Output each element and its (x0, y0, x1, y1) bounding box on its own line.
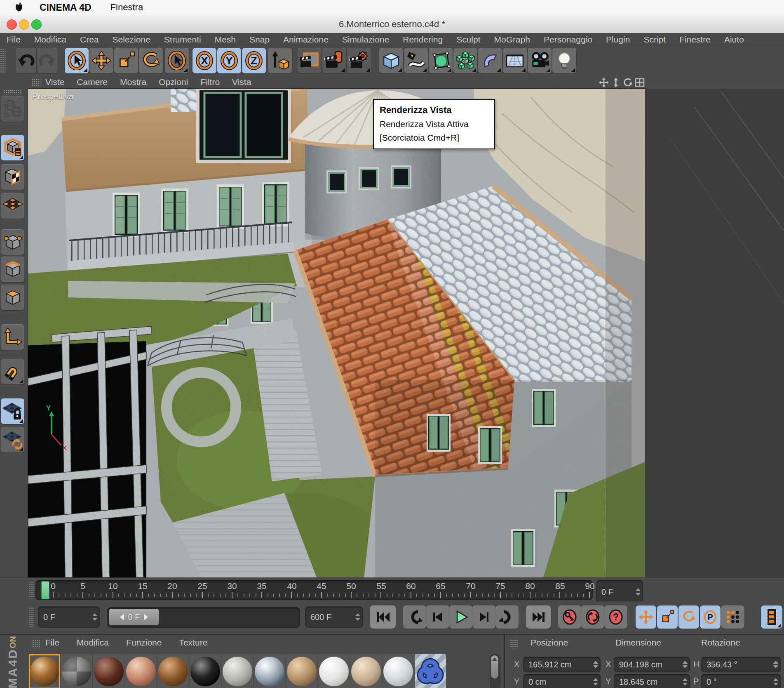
material-white-matte[interactable] (383, 654, 414, 688)
vp-menu-vista[interactable]: Vista (232, 77, 251, 87)
cloner-button[interactable] (453, 48, 477, 73)
rotate-view-icon[interactable] (622, 77, 633, 88)
pos-x-field[interactable]: 165.912 cm (523, 657, 601, 672)
timeline-window-button[interactable] (761, 606, 782, 629)
material-chrome[interactable] (254, 654, 285, 688)
frame-stepper[interactable] (636, 580, 641, 603)
key-parameter-button[interactable]: P (700, 606, 721, 629)
frame-slider[interactable]: 0 F (107, 607, 300, 628)
toggle-layout-icon[interactable] (634, 77, 645, 88)
vp-menu-camere[interactable]: Camere (77, 77, 108, 87)
frame-slider-handle[interactable]: 0 F (109, 609, 159, 625)
floor-button[interactable] (503, 48, 527, 73)
material-beige[interactable] (350, 654, 382, 688)
slider-left-arrow-icon[interactable] (120, 614, 124, 620)
sidebar-grip[interactable] (3, 90, 21, 94)
vp-menu-opzioni[interactable]: Opzioni (159, 77, 188, 87)
dim-x-field[interactable]: 904.198 cm (614, 657, 690, 672)
mat-menu-file[interactable]: File (45, 638, 59, 648)
timeline-grip[interactable] (29, 581, 34, 598)
goto-end-button[interactable] (526, 606, 551, 629)
mat-menu-funzione[interactable]: Funzione (126, 638, 162, 648)
coordinates-grip[interactable] (510, 639, 518, 648)
edges-mode-button[interactable] (1, 257, 24, 282)
mat-menu-modifica[interactable]: Modifica (77, 638, 109, 648)
menu-modifica[interactable]: Modifica (34, 35, 66, 45)
material-black-glossy[interactable] (190, 654, 221, 688)
snap-magnet-button[interactable] (1, 359, 24, 384)
next-key-button[interactable] (495, 606, 519, 629)
convert-object-button[interactable] (1, 96, 24, 122)
macos-app-name[interactable]: CINEMA 4D (40, 2, 92, 13)
material-brown[interactable] (157, 654, 189, 688)
menu-rendering[interactable]: Rendering (403, 35, 443, 45)
pen-spline-button[interactable] (404, 48, 428, 73)
key-position-button[interactable] (636, 606, 656, 629)
viewport-menubar-grip[interactable] (31, 78, 40, 87)
points-mode-button[interactable] (1, 229, 24, 255)
render-picture-viewer-button[interactable] (322, 48, 346, 73)
light-button[interactable] (552, 48, 576, 73)
vp-menu-filtro[interactable]: Filtro (200, 77, 220, 87)
material-bronze-tan[interactable] (286, 654, 317, 688)
lock-x-axis-button[interactable]: X (192, 48, 216, 73)
menu-aiuto[interactable]: Aiuto (724, 35, 744, 45)
pan-view-icon[interactable] (599, 77, 609, 88)
render-view-button[interactable] (298, 48, 322, 73)
lock-z-axis-button[interactable]: Z (242, 48, 266, 73)
rotate-workplane-button[interactable] (1, 427, 24, 452)
rotate-tool-button[interactable] (139, 48, 163, 73)
pos-y-field[interactable]: 0 cm (523, 674, 601, 688)
timeline-ruler[interactable]: 0 5 10 15 20 25 30 35 40 45 50 55 60 65 … (35, 580, 593, 600)
previous-frame-button[interactable] (426, 606, 449, 629)
add-cube-button[interactable] (379, 48, 403, 73)
undo-button[interactable] (16, 48, 36, 73)
viewport-3d[interactable]: Y X Prospettiva (28, 89, 645, 577)
menu-selezione[interactable]: Selezione (113, 35, 150, 45)
material-scrollbar[interactable] (490, 654, 500, 688)
material-silver-checker[interactable] (61, 654, 92, 688)
transport-grip[interactable] (29, 607, 34, 628)
menu-sculpt[interactable]: Sculpt (456, 35, 480, 45)
toolbar-grip[interactable] (0, 48, 5, 73)
macos-menu-finestra[interactable]: Finestra (110, 2, 143, 13)
material-blue-knot[interactable] (415, 654, 446, 688)
key-scale-button[interactable] (657, 606, 678, 629)
autokey-button[interactable] (581, 606, 604, 629)
previous-key-button[interactable] (403, 606, 426, 629)
vp-menu-viste[interactable]: Viste (45, 77, 64, 87)
menu-snap[interactable]: Snap (249, 35, 270, 45)
redo-button[interactable] (37, 48, 58, 73)
menu-animazione[interactable]: Animazione (283, 35, 329, 45)
vp-menu-mostra[interactable]: Mostra (120, 77, 146, 87)
scale-tool-button[interactable] (114, 48, 138, 73)
axis-mode-button[interactable] (1, 324, 24, 350)
material-salmon[interactable] (125, 654, 157, 688)
record-options-button[interactable]: ? (604, 606, 627, 629)
coordinate-system-button[interactable] (268, 48, 292, 73)
menu-plugin[interactable]: Plugin (606, 35, 630, 45)
material-stone-gray[interactable] (222, 654, 253, 688)
keyframe-selection-button[interactable] (721, 606, 744, 629)
workplane-mode-button[interactable] (1, 193, 24, 219)
deformer-button[interactable] (478, 48, 502, 73)
subdivision-surface-button[interactable] (429, 48, 453, 73)
goto-start-button[interactable] (370, 606, 396, 629)
model-mode-button[interactable] (1, 135, 24, 160)
material-dark-maroon[interactable] (93, 654, 124, 688)
selection-tool-button[interactable] (165, 48, 189, 73)
texture-mode-button[interactable] (1, 164, 24, 190)
key-rotation-button[interactable] (678, 606, 699, 629)
menu-crea[interactable]: Crea (80, 35, 99, 45)
menu-personaggio[interactable]: Personaggio (544, 35, 592, 45)
menu-mograph[interactable]: MoGraph (494, 35, 530, 45)
mat-menu-texture[interactable]: Texture (179, 638, 207, 648)
current-frame-field[interactable]: 0 F (596, 580, 643, 604)
lock-workplane-button[interactable] (1, 398, 24, 424)
live-selection-button[interactable] (65, 48, 89, 73)
apple-icon[interactable] (15, 2, 23, 12)
slider-right-arrow-icon[interactable] (144, 614, 148, 620)
record-key-button[interactable] (558, 606, 581, 629)
menu-file[interactable]: File (7, 35, 21, 45)
menu-finestre[interactable]: Finestre (679, 35, 711, 45)
